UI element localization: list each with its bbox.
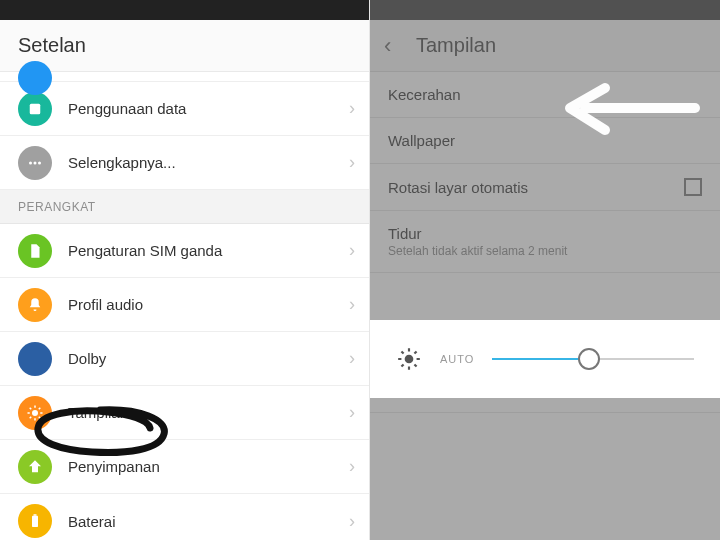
svg-point-1 (29, 161, 32, 164)
row-label: Pengaturan SIM ganda (68, 242, 349, 259)
svg-rect-0 (30, 103, 41, 114)
row-dual-sim[interactable]: Pengaturan SIM ganda › (0, 224, 369, 278)
brightness-slider[interactable] (492, 347, 694, 371)
row-label: Profil audio (68, 296, 349, 313)
svg-rect-5 (32, 516, 38, 527)
row-dolby[interactable]: Dolby › (0, 332, 369, 386)
slider-thumb[interactable] (578, 348, 600, 370)
status-bar (0, 0, 369, 20)
chevron-right-icon: › (349, 240, 355, 261)
slider-track-fill (492, 358, 589, 360)
chevron-right-icon: › (349, 456, 355, 477)
auto-brightness-label[interactable]: AUTO (440, 353, 474, 365)
row-label: Penyimpanan (68, 458, 349, 475)
chevron-right-icon: › (349, 348, 355, 369)
bell-icon (18, 288, 52, 322)
svg-rect-6 (34, 514, 37, 516)
row-audio-profile[interactable]: Profil audio › (0, 278, 369, 332)
chevron-right-icon: › (349, 511, 355, 532)
chevron-right-icon: › (349, 294, 355, 315)
section-device: PERANGKAT (0, 190, 369, 224)
sim-icon (18, 234, 52, 268)
row-more[interactable]: Selengkapnya... › (0, 136, 369, 190)
more-icon (18, 146, 52, 180)
svg-point-7 (405, 355, 414, 364)
data-usage-icon (18, 92, 52, 126)
annotation-arrow (550, 80, 700, 140)
chevron-right-icon: › (349, 152, 355, 173)
annotation-circle (30, 406, 170, 456)
brightness-sheet: AUTO (370, 320, 720, 398)
dolby-icon (18, 342, 52, 376)
battery-icon (18, 504, 52, 538)
row-label: Dolby (68, 350, 349, 367)
display-detail-pane: ‹ Tampilan Kecerahan Wallpaper Rotasi la… (370, 0, 720, 540)
row-battery[interactable]: Baterai › (0, 494, 369, 540)
chevron-right-icon: › (349, 98, 355, 119)
svg-point-3 (38, 161, 41, 164)
row-label: Baterai (68, 513, 349, 530)
chevron-right-icon: › (349, 402, 355, 423)
svg-point-2 (34, 161, 37, 164)
row-label: Selengkapnya... (68, 154, 349, 171)
page-title: Setelan (0, 20, 369, 72)
settings-pane: Setelan Penggunaan data › Selengkapnya..… (0, 0, 370, 540)
row-label: Penggunaan data (68, 100, 349, 117)
brightness-gear-icon[interactable] (396, 346, 422, 372)
row-data-usage[interactable]: Penggunaan data › (0, 82, 369, 136)
